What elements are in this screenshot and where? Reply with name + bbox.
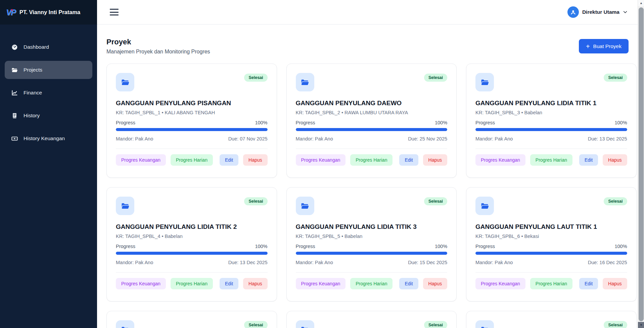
progress-value: 100% xyxy=(435,244,447,249)
progres-harian-button[interactable]: Progres Harian xyxy=(350,278,393,289)
due-date: Due: 13 Dec 2025 xyxy=(588,136,627,141)
progres-harian-button[interactable]: Progres Harian xyxy=(530,278,572,289)
sidebar: VP PT. Vianny Inti Pratama Dashboard Pro… xyxy=(0,0,97,328)
project-card: Selesai GANGGUAN PENYULANG DAEWO KR: TAG… xyxy=(286,64,457,178)
status-badge: Selesai xyxy=(244,197,267,205)
card-divider xyxy=(296,272,448,273)
card-divider xyxy=(475,149,627,149)
due-date: Due: 13 Dec 2025 xyxy=(228,260,268,265)
card-divider xyxy=(475,272,627,273)
project-card-partial: Selesai xyxy=(466,311,637,328)
progress-bar xyxy=(475,128,627,131)
mandor-label: Mandor: Pak Ano xyxy=(475,260,513,265)
folder-icon xyxy=(116,73,134,91)
edit-button[interactable]: Edit xyxy=(399,278,418,289)
project-card: Selesai GANGGUAN PENYULANG LIDIA TITIK 2… xyxy=(106,187,277,301)
due-date: Due: 07 Nov 2025 xyxy=(228,136,268,141)
company-name: PT. Vianny Inti Pratama xyxy=(19,9,80,15)
progres-keuangan-button[interactable]: Progres Keuangan xyxy=(296,278,346,289)
project-title: GANGGUAN PENYULANG DAEWO xyxy=(296,99,448,107)
project-card: Selesai GANGGUAN PENYULANG LIDIA TITIK 3… xyxy=(286,187,457,301)
project-card-partial: Selesai xyxy=(106,311,277,328)
hapus-button[interactable]: Hapus xyxy=(423,154,447,166)
project-title: GANGGUAN PENYULANG LIDIA TITIK 3 xyxy=(296,223,448,231)
folder-icon xyxy=(296,73,314,91)
hapus-button[interactable]: Hapus xyxy=(243,154,267,166)
sidebar-item-history[interactable]: History xyxy=(5,107,92,125)
progres-keuangan-button[interactable]: Progres Keuangan xyxy=(116,278,166,289)
project-meta: KR: TAGIH_SPBL_1 • KALI ABANG TENGAH xyxy=(116,110,268,115)
menu-toggle-button[interactable] xyxy=(110,9,119,15)
progress-value: 100% xyxy=(255,120,267,125)
edit-button[interactable]: Edit xyxy=(220,154,238,166)
folder-icon xyxy=(296,320,314,328)
sidebar-item-label: Dashboard xyxy=(24,44,49,50)
due-date: Due: 16 Dec 2025 xyxy=(588,260,627,265)
mandor-label: Mandor: Pak Ano xyxy=(116,260,153,265)
sidebar-nav: Dashboard Projects Finance History Histo… xyxy=(0,25,97,148)
page-title: Proyek xyxy=(106,38,210,46)
sidebar-header: VP PT. Vianny Inti Pratama xyxy=(0,0,97,25)
progress-bar xyxy=(296,252,448,255)
project-meta: KR: TAGIH_SPBL_3 • Babelan xyxy=(475,110,627,115)
plus-icon: + xyxy=(586,43,590,50)
progress-value: 100% xyxy=(435,120,447,125)
scroll-down-arrow-icon[interactable]: ▼ xyxy=(638,322,644,328)
progres-keuangan-button[interactable]: Progres Keuangan xyxy=(475,278,525,289)
project-card: Selesai GANGGUAN PENYULANG PISANGAN KR: … xyxy=(106,64,277,178)
hapus-button[interactable]: Hapus xyxy=(603,278,627,289)
progres-keuangan-button[interactable]: Progres Keuangan xyxy=(475,154,525,166)
progres-harian-button[interactable]: Progres Harian xyxy=(350,154,393,166)
sidebar-item-history-keuangan[interactable]: History Keuangan xyxy=(5,129,92,148)
progress-value: 100% xyxy=(255,244,267,249)
progress-label: Progress xyxy=(296,120,315,125)
status-badge: Selesai xyxy=(424,321,447,328)
status-badge: Selesai xyxy=(604,74,627,82)
project-meta: KR: TAGIH_SPBL_4 • Babelan xyxy=(116,234,268,239)
gauge-icon xyxy=(11,43,18,51)
project-card: Selesai GANGGUAN PENYULANG LAUT TITIK 1 … xyxy=(466,187,637,301)
sidebar-item-dashboard[interactable]: Dashboard xyxy=(5,38,92,56)
hapus-button[interactable]: Hapus xyxy=(243,278,267,289)
status-badge: Selesai xyxy=(424,197,447,205)
edit-button[interactable]: Edit xyxy=(399,154,418,166)
edit-button[interactable]: Edit xyxy=(579,154,598,166)
project-title: GANGGUAN PENYULANG LAUT TITIK 1 xyxy=(475,223,627,231)
scroll-up-arrow-icon[interactable]: ▲ xyxy=(638,0,644,6)
open-folder-icon xyxy=(11,66,18,74)
sidebar-item-label: Finance xyxy=(24,90,42,96)
mandor-label: Mandor: Pak Ano xyxy=(296,136,333,141)
progress-value: 100% xyxy=(614,244,627,249)
progres-keuangan-button[interactable]: Progres Keuangan xyxy=(116,154,166,166)
progres-harian-button[interactable]: Progres Harian xyxy=(530,154,572,166)
progres-harian-button[interactable]: Progres Harian xyxy=(171,278,213,289)
progres-keuangan-button[interactable]: Progres Keuangan xyxy=(296,154,346,166)
folder-icon xyxy=(116,320,134,328)
sidebar-item-projects[interactable]: Projects xyxy=(5,61,92,79)
card-divider xyxy=(116,149,268,149)
page-header: Proyek Manajemen Proyek dan Monitoring P… xyxy=(106,38,629,55)
folder-icon xyxy=(475,73,494,91)
edit-button[interactable]: Edit xyxy=(220,278,238,289)
progres-harian-button[interactable]: Progres Harian xyxy=(171,154,213,166)
user-menu[interactable]: Direktur Utama xyxy=(567,6,628,18)
status-badge: Selesai xyxy=(424,74,447,82)
mandor-label: Mandor: Pak Ano xyxy=(296,260,333,265)
sidebar-item-finance[interactable]: Finance xyxy=(5,84,92,102)
user-role-label: Direktur Utama xyxy=(582,9,619,15)
create-project-button[interactable]: + Buat Proyek xyxy=(579,39,629,53)
due-date: Due: 15 Dec 2025 xyxy=(408,260,447,265)
hapus-button[interactable]: Hapus xyxy=(423,278,447,289)
scrollbar-thumb[interactable] xyxy=(639,7,644,321)
project-title: GANGGUAN PENYULANG PISANGAN xyxy=(116,99,268,107)
folder-icon xyxy=(116,197,134,215)
progress-label: Progress xyxy=(475,244,495,249)
user-avatar-icon xyxy=(567,6,579,18)
progress-label: Progress xyxy=(475,120,495,125)
edit-button[interactable]: Edit xyxy=(579,278,598,289)
hapus-button[interactable]: Hapus xyxy=(603,154,627,166)
status-badge: Selesai xyxy=(244,74,267,82)
scrollbar[interactable]: ▲ ▼ xyxy=(638,0,644,328)
book-icon xyxy=(11,112,18,119)
project-meta: KR: TAGIH_SPBL_6 • Bekasi xyxy=(475,234,627,239)
